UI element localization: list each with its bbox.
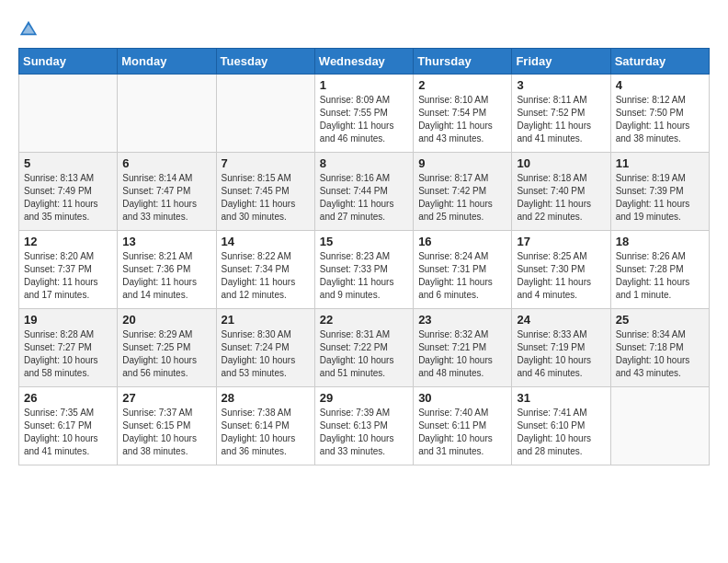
day-number: 2 (418, 78, 506, 92)
calendar-cell: 10Sunrise: 8:18 AM Sunset: 7:40 PM Dayli… (512, 153, 610, 231)
calendar-cell: 15Sunrise: 8:23 AM Sunset: 7:33 PM Dayli… (314, 231, 413, 309)
weekday-header: Monday (118, 49, 216, 75)
day-info: Sunrise: 8:16 AM Sunset: 7:44 PM Dayligh… (320, 172, 408, 224)
calendar-cell: 19Sunrise: 8:28 AM Sunset: 7:27 PM Dayli… (19, 309, 118, 387)
day-info: Sunrise: 8:32 AM Sunset: 7:21 PM Dayligh… (418, 328, 506, 380)
calendar-cell: 6Sunrise: 8:14 AM Sunset: 7:47 PM Daylig… (118, 153, 216, 231)
day-number: 9 (418, 156, 506, 170)
calendar-cell: 22Sunrise: 8:31 AM Sunset: 7:22 PM Dayli… (314, 309, 413, 387)
day-number: 14 (222, 235, 310, 248)
day-number: 7 (222, 156, 310, 170)
day-info: Sunrise: 8:10 AM Sunset: 7:54 PM Dayligh… (418, 94, 506, 145)
day-number: 8 (320, 156, 408, 170)
calendar-cell: 20Sunrise: 8:29 AM Sunset: 7:25 PM Dayli… (118, 309, 216, 387)
day-number: 31 (517, 391, 605, 405)
day-info: Sunrise: 8:29 AM Sunset: 7:25 PM Dayligh… (122, 328, 210, 380)
calendar-cell (19, 75, 118, 153)
day-number: 12 (24, 235, 112, 248)
day-info: Sunrise: 8:34 AM Sunset: 7:18 PM Dayligh… (616, 328, 704, 380)
weekday-header: Tuesday (216, 49, 314, 75)
calendar-cell: 27Sunrise: 7:37 AM Sunset: 6:15 PM Dayli… (118, 387, 216, 465)
calendar-cell: 25Sunrise: 8:34 AM Sunset: 7:18 PM Dayli… (610, 309, 709, 387)
day-info: Sunrise: 8:31 AM Sunset: 7:22 PM Dayligh… (320, 328, 408, 380)
calendar-cell: 3Sunrise: 8:11 AM Sunset: 7:52 PM Daylig… (512, 75, 610, 153)
calendar-cell: 28Sunrise: 7:38 AM Sunset: 6:14 PM Dayli… (216, 387, 314, 465)
calendar: SundayMondayTuesdayWednesdayThursdayFrid… (18, 48, 710, 465)
calendar-week-row: 1Sunrise: 8:09 AM Sunset: 7:55 PM Daylig… (19, 75, 710, 153)
day-number: 11 (616, 156, 704, 170)
day-info: Sunrise: 7:37 AM Sunset: 6:15 PM Dayligh… (122, 407, 210, 458)
day-number: 25 (616, 313, 704, 327)
calendar-cell: 21Sunrise: 8:30 AM Sunset: 7:24 PM Dayli… (216, 309, 314, 387)
calendar-cell: 13Sunrise: 8:21 AM Sunset: 7:36 PM Dayli… (118, 231, 216, 309)
calendar-cell: 7Sunrise: 8:15 AM Sunset: 7:45 PM Daylig… (216, 153, 314, 231)
calendar-cell: 16Sunrise: 8:24 AM Sunset: 7:31 PM Dayli… (414, 231, 512, 309)
day-number: 28 (222, 391, 310, 405)
day-number: 27 (122, 391, 210, 405)
calendar-cell: 2Sunrise: 8:10 AM Sunset: 7:54 PM Daylig… (414, 75, 512, 153)
day-info: Sunrise: 8:13 AM Sunset: 7:49 PM Dayligh… (24, 172, 112, 224)
calendar-cell: 1Sunrise: 8:09 AM Sunset: 7:55 PM Daylig… (314, 75, 413, 153)
calendar-cell: 23Sunrise: 8:32 AM Sunset: 7:21 PM Dayli… (414, 309, 512, 387)
day-info: Sunrise: 8:25 AM Sunset: 7:30 PM Dayligh… (517, 250, 605, 302)
calendar-cell: 24Sunrise: 8:33 AM Sunset: 7:19 PM Dayli… (512, 309, 610, 387)
calendar-cell: 8Sunrise: 8:16 AM Sunset: 7:44 PM Daylig… (314, 153, 413, 231)
day-info: Sunrise: 8:28 AM Sunset: 7:27 PM Dayligh… (24, 328, 112, 380)
calendar-cell: 12Sunrise: 8:20 AM Sunset: 7:37 PM Dayli… (19, 231, 118, 309)
day-info: Sunrise: 8:33 AM Sunset: 7:19 PM Dayligh… (517, 328, 605, 380)
day-number: 26 (24, 391, 112, 405)
day-number: 1 (320, 78, 408, 92)
day-number: 24 (517, 313, 605, 327)
day-number: 20 (122, 313, 210, 327)
calendar-cell: 17Sunrise: 8:25 AM Sunset: 7:30 PM Dayli… (512, 231, 610, 309)
logo (18, 18, 42, 39)
calendar-cell (216, 75, 314, 153)
calendar-cell: 31Sunrise: 7:41 AM Sunset: 6:10 PM Dayli… (512, 387, 610, 465)
weekday-header: Wednesday (314, 49, 413, 75)
header (18, 18, 710, 39)
calendar-cell: 9Sunrise: 8:17 AM Sunset: 7:42 PM Daylig… (414, 153, 512, 231)
weekday-header: Thursday (414, 49, 512, 75)
day-number: 22 (320, 313, 408, 327)
day-info: Sunrise: 8:12 AM Sunset: 7:50 PM Dayligh… (616, 94, 704, 145)
day-number: 19 (24, 313, 112, 327)
day-info: Sunrise: 8:14 AM Sunset: 7:47 PM Dayligh… (122, 172, 210, 224)
day-number: 15 (320, 235, 408, 248)
calendar-cell: 26Sunrise: 7:35 AM Sunset: 6:17 PM Dayli… (19, 387, 118, 465)
day-info: Sunrise: 8:17 AM Sunset: 7:42 PM Dayligh… (418, 172, 506, 224)
day-number: 17 (517, 235, 605, 248)
calendar-cell (118, 75, 216, 153)
calendar-week-row: 26Sunrise: 7:35 AM Sunset: 6:17 PM Dayli… (19, 387, 710, 465)
calendar-cell: 5Sunrise: 8:13 AM Sunset: 7:49 PM Daylig… (19, 153, 118, 231)
day-number: 3 (517, 78, 605, 92)
calendar-week-row: 19Sunrise: 8:28 AM Sunset: 7:27 PM Dayli… (19, 309, 710, 387)
calendar-header-row: SundayMondayTuesdayWednesdayThursdayFrid… (19, 49, 710, 75)
day-number: 18 (616, 235, 704, 248)
calendar-week-row: 12Sunrise: 8:20 AM Sunset: 7:37 PM Dayli… (19, 231, 710, 309)
day-info: Sunrise: 8:26 AM Sunset: 7:28 PM Dayligh… (616, 250, 704, 302)
day-info: Sunrise: 8:18 AM Sunset: 7:40 PM Dayligh… (517, 172, 605, 224)
day-info: Sunrise: 8:19 AM Sunset: 7:39 PM Dayligh… (616, 172, 704, 224)
day-number: 29 (320, 391, 408, 405)
day-info: Sunrise: 8:20 AM Sunset: 7:37 PM Dayligh… (24, 250, 112, 302)
day-number: 10 (517, 156, 605, 170)
day-info: Sunrise: 8:21 AM Sunset: 7:36 PM Dayligh… (122, 250, 210, 302)
day-number: 21 (222, 313, 310, 327)
calendar-cell: 14Sunrise: 8:22 AM Sunset: 7:34 PM Dayli… (216, 231, 314, 309)
day-number: 4 (616, 78, 704, 92)
weekday-header: Sunday (19, 49, 118, 75)
day-number: 30 (418, 391, 506, 405)
day-info: Sunrise: 8:30 AM Sunset: 7:24 PM Dayligh… (222, 328, 310, 380)
logo-icon (18, 18, 39, 39)
calendar-cell: 18Sunrise: 8:26 AM Sunset: 7:28 PM Dayli… (610, 231, 709, 309)
day-number: 5 (24, 156, 112, 170)
calendar-cell: 11Sunrise: 8:19 AM Sunset: 7:39 PM Dayli… (610, 153, 709, 231)
weekday-header: Friday (512, 49, 610, 75)
day-info: Sunrise: 7:41 AM Sunset: 6:10 PM Dayligh… (517, 407, 605, 458)
calendar-cell: 4Sunrise: 8:12 AM Sunset: 7:50 PM Daylig… (610, 75, 709, 153)
calendar-cell: 29Sunrise: 7:39 AM Sunset: 6:13 PM Dayli… (314, 387, 413, 465)
day-info: Sunrise: 7:35 AM Sunset: 6:17 PM Dayligh… (24, 407, 112, 458)
day-info: Sunrise: 7:38 AM Sunset: 6:14 PM Dayligh… (222, 407, 310, 458)
day-info: Sunrise: 7:40 AM Sunset: 6:11 PM Dayligh… (418, 407, 506, 458)
calendar-cell: 30Sunrise: 7:40 AM Sunset: 6:11 PM Dayli… (414, 387, 512, 465)
